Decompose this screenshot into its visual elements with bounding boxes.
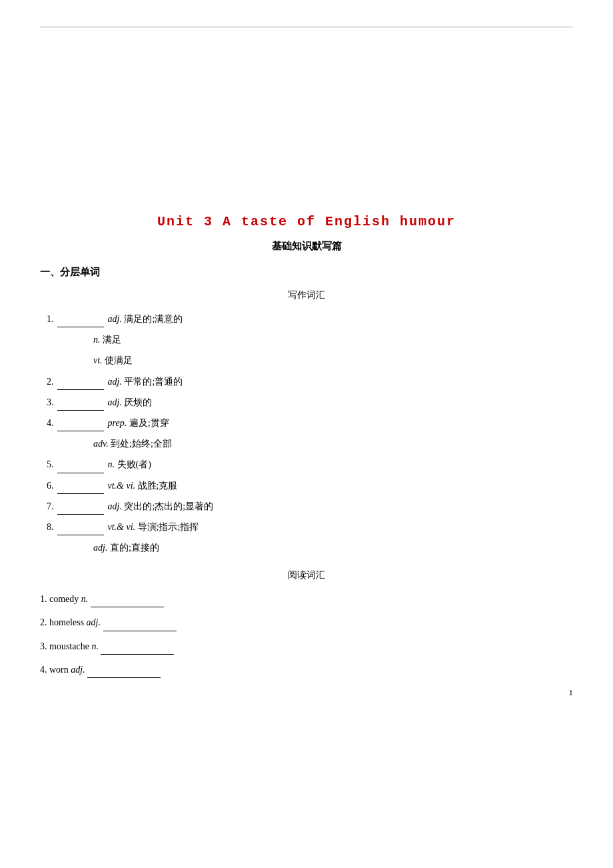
pos: n. — [108, 459, 115, 469]
vocab-item-8-extra: adj. 直的;直接的 — [40, 539, 573, 556]
definition: 遍及;贯穿 — [129, 418, 169, 428]
reading-vocab-item-1: 1. comedy n. — [40, 591, 573, 607]
item-number: 4. — [47, 418, 54, 428]
definition: 突出的;杰出的;显著的 — [124, 501, 213, 511]
blank-8 — [57, 535, 104, 535]
definition: 到处;始终;全部 — [111, 439, 172, 449]
vocab-item-7: 7. adj. 突出的;杰出的;显著的 — [40, 498, 573, 515]
pos: n. — [81, 594, 89, 604]
pos: n. — [91, 641, 99, 651]
definition: 满足的;满意的 — [124, 314, 183, 324]
blank-5 — [57, 473, 104, 473]
pos: adj. — [108, 377, 122, 387]
vocab-item-2: 2. adj. 平常的;普通的 — [40, 373, 573, 390]
word: moustache — [49, 641, 91, 651]
item-number: 8. — [47, 522, 54, 532]
pos: n. — [93, 335, 101, 345]
subtitle: 基础知识默写篇 — [40, 240, 573, 253]
pos: vt.& vi. — [108, 481, 136, 491]
pos: adj. — [108, 397, 122, 407]
answer-blank — [101, 654, 174, 655]
top-rule — [40, 27, 573, 27]
pos: vt.& vi. — [108, 522, 136, 532]
definition: 平常的;普通的 — [124, 377, 183, 387]
item-number: 2. — [40, 617, 47, 627]
reading-vocab-label: 阅读词汇 — [40, 569, 573, 581]
definition: 失败(者) — [117, 459, 151, 469]
item-number: 3. — [47, 397, 54, 407]
page-title: Unit 3 A taste of English humour — [40, 214, 573, 229]
page-number: 1 — [569, 687, 574, 698]
definition: 战胜;克服 — [138, 481, 178, 491]
word: comedy — [49, 594, 81, 604]
item-number: 7. — [47, 501, 54, 511]
vocab-item-1: 1. adj. 满足的;满意的 — [40, 311, 573, 327]
vocab-item-3: 3. adj. 厌烦的 — [40, 394, 573, 411]
item-number: 5. — [47, 459, 54, 469]
reading-vocab-item-4: 4. worn adj. — [40, 661, 573, 678]
reading-vocab-item-2: 2. homeless adj. — [40, 614, 573, 631]
vocab-item-8: 8. vt.& vi. 导演;指示;指挥 — [40, 519, 573, 535]
word: homeless — [49, 617, 87, 627]
definition: 直的;直接的 — [110, 543, 159, 553]
item-number: 3. — [40, 641, 47, 651]
definition: 使满足 — [105, 355, 133, 365]
pos: adj. — [93, 543, 107, 553]
reading-vocab-item-3: 3. moustache n. — [40, 638, 573, 655]
word: worn — [49, 665, 71, 675]
answer-blank — [87, 677, 161, 678]
pos: vt. — [93, 355, 103, 365]
writing-vocab-label: 写作词汇 — [40, 289, 573, 301]
definition: 厌烦的 — [124, 397, 152, 407]
blank-2 — [57, 389, 104, 390]
answer-blank — [91, 607, 164, 607]
item-number: 4. — [40, 665, 47, 675]
blank-1 — [57, 327, 104, 327]
vocab-item-4: 4. prep. 遍及;贯穿 — [40, 415, 573, 431]
pos: prep. — [108, 418, 127, 428]
pos: adv. — [93, 439, 109, 449]
vocab-item-4-extra: adv. 到处;始终;全部 — [40, 435, 573, 452]
definition: 满足 — [103, 335, 121, 345]
item-number: 1. — [47, 314, 54, 324]
section1-title: 一、分层单词 — [40, 266, 573, 279]
pos: adj. — [108, 314, 122, 324]
definition: 导演;指示;指挥 — [138, 522, 199, 532]
item-number: 6. — [47, 481, 54, 491]
vocab-item-1-extra1: n. 满足 — [40, 331, 573, 348]
pos: adj. — [108, 501, 122, 511]
item-number: 1. — [40, 594, 47, 604]
vocab-item-1-extra2: vt. 使满足 — [40, 352, 573, 369]
blank-7 — [57, 514, 104, 515]
writing-vocab-list: 1. adj. 满足的;满意的 n. 满足 vt. 使满足 2. adj. 平常… — [40, 311, 573, 556]
vocab-item-5: 5. n. 失败(者) — [40, 456, 573, 473]
vocab-item-6: 6. vt.& vi. 战胜;克服 — [40, 477, 573, 494]
pos: adj. — [87, 617, 101, 627]
reading-vocab-section: 阅读词汇 1. comedy n. 2. homeless adj. 3. mo… — [40, 569, 573, 678]
answer-blank — [103, 631, 177, 631]
blank-3 — [57, 410, 104, 411]
blank-6 — [57, 493, 104, 494]
pos: adj. — [71, 665, 85, 675]
item-number: 2. — [47, 377, 54, 387]
blank-4 — [57, 431, 104, 431]
